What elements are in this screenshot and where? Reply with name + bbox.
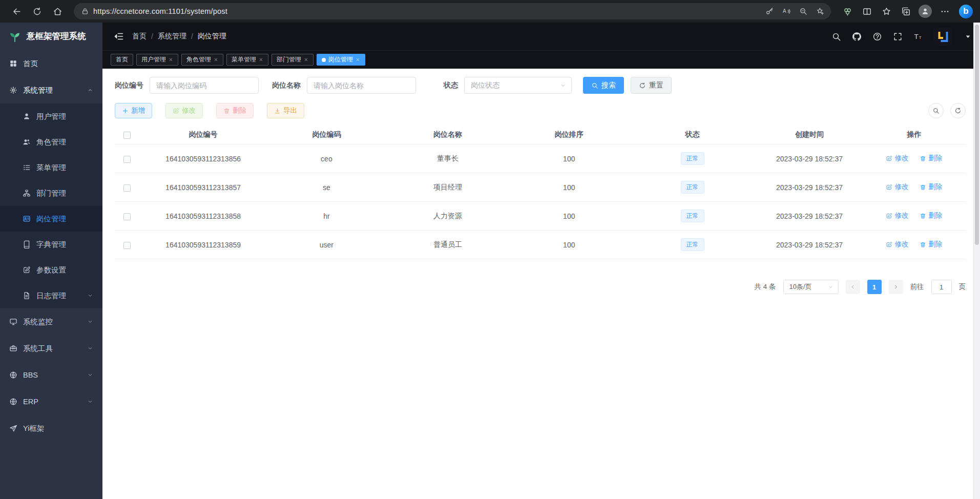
sidebar-item-system-monitor[interactable]: 系统监控 — [0, 308, 102, 335]
breadcrumb-item[interactable]: 系统管理 — [158, 32, 186, 41]
row-checkbox[interactable] — [123, 213, 131, 220]
saved-passwords-button[interactable] — [761, 4, 777, 18]
tab-home[interactable]: 首页 — [111, 54, 133, 66]
browser-back-button[interactable] — [7, 3, 26, 20]
url-text[interactable]: https://ccnetcore.com:1101/system/post — [93, 7, 757, 15]
page-scrollbar[interactable] — [973, 23, 980, 499]
sidebar-item-log-management[interactable]: 日志管理 — [0, 283, 102, 308]
sidebar-item-post-management[interactable]: 岗位管理 — [0, 206, 102, 232]
prev-page-button[interactable] — [846, 280, 860, 294]
tab-role-management[interactable]: 角色管理 — [181, 54, 223, 66]
close-icon[interactable] — [259, 57, 263, 62]
font-size-icon[interactable] — [913, 32, 923, 41]
globe-icon — [9, 398, 17, 406]
sidebar-item-erp[interactable]: ERP — [0, 388, 102, 415]
close-icon[interactable] — [304, 57, 308, 62]
user-avatar[interactable] — [934, 27, 952, 46]
tab-dept-management[interactable]: 部门管理 — [272, 54, 314, 66]
site-info-lock-icon[interactable] — [81, 7, 89, 15]
sidebar-item-home[interactable]: 首页 — [0, 50, 102, 77]
post-name-input[interactable] — [307, 77, 416, 94]
sidebar-item-system-tools[interactable]: 系统工具 — [0, 335, 102, 362]
github-icon[interactable] — [852, 32, 862, 41]
delete-button[interactable]: 删除 — [216, 103, 254, 118]
app-title: 意框架管理系统 — [27, 31, 86, 42]
app-logo[interactable]: 意框架管理系统 — [0, 23, 102, 50]
row-edit-button[interactable]: 修改 — [886, 154, 908, 163]
close-icon[interactable] — [169, 57, 173, 62]
select-all-checkbox[interactable] — [123, 132, 131, 139]
row-edit-button[interactable]: 修改 — [886, 240, 908, 249]
edit-button[interactable]: 修改 — [165, 103, 203, 118]
table-row[interactable]: 1641030593112313858 hr 人力资源 100 正常 2023-… — [115, 202, 966, 231]
sidebar-collapse-button[interactable] — [114, 31, 124, 41]
avatar-image — [934, 27, 952, 46]
row-checkbox[interactable] — [123, 156, 131, 163]
collections-button[interactable] — [896, 3, 915, 20]
close-icon[interactable] — [214, 57, 218, 62]
add-favorite-button[interactable] — [812, 4, 828, 18]
active-tab-dot — [322, 58, 326, 62]
add-button[interactable]: 新增 — [115, 103, 152, 118]
zoom-button[interactable] — [795, 4, 811, 18]
goto-page-input[interactable] — [931, 280, 952, 294]
page-size-select[interactable]: 10条/页 — [783, 280, 839, 294]
row-checkbox[interactable] — [123, 242, 131, 249]
trash-icon — [920, 184, 926, 191]
breadcrumb-item[interactable]: 首页 — [132, 32, 147, 41]
read-aloud-button[interactable] — [778, 4, 794, 18]
help-question-icon[interactable] — [872, 32, 882, 41]
row-delete-button[interactable]: 删除 — [920, 154, 942, 163]
row-edit-button[interactable]: 修改 — [886, 182, 908, 192]
row-delete-button[interactable]: 删除 — [920, 240, 942, 249]
browser-menu-button[interactable] — [935, 3, 954, 20]
table-row[interactable]: 1641030593112313859 user 普通员工 100 正常 202… — [115, 231, 966, 259]
split-screen-button[interactable] — [858, 3, 876, 20]
page-number-current[interactable]: 1 — [867, 280, 882, 294]
cell-post-id: 1641030593112313856 — [139, 144, 267, 173]
bing-icon[interactable]: b — [959, 5, 973, 18]
refresh-table-button[interactable] — [950, 103, 966, 118]
tab-post-management[interactable]: 岗位管理 — [317, 54, 365, 66]
sidebar-item-user-management[interactable]: 用户管理 — [0, 103, 102, 129]
header-search-icon[interactable] — [831, 32, 841, 41]
browser-home-button[interactable] — [48, 3, 67, 20]
reset-button[interactable]: 重置 — [631, 77, 672, 94]
sidebar-item-menu-management[interactable]: 菜单管理 — [0, 155, 102, 180]
browser-profile-button[interactable] — [916, 3, 934, 20]
cell-post-name: 项目经理 — [386, 173, 510, 202]
sidebar-item-bbs[interactable]: BBS — [0, 362, 102, 388]
sidebar-item-dept-management[interactable]: 部门管理 — [0, 180, 102, 206]
extension-button[interactable] — [838, 3, 857, 20]
sidebar-item-label: ERP — [23, 398, 38, 406]
users-icon — [23, 138, 31, 146]
row-delete-button[interactable]: 删除 — [920, 182, 942, 192]
browser-refresh-button[interactable] — [28, 3, 46, 20]
scrollbar-thumb[interactable] — [975, 25, 979, 245]
export-button[interactable]: 导出 — [267, 103, 304, 118]
row-checkbox[interactable] — [123, 184, 131, 192]
show-search-toggle-button[interactable] — [928, 103, 944, 118]
table-row[interactable]: 1641030593112313856 ceo 董事长 100 正常 2023-… — [115, 144, 966, 173]
search-button[interactable]: 搜索 — [583, 77, 624, 94]
favorites-button[interactable] — [877, 3, 895, 20]
fullscreen-icon[interactable] — [893, 32, 903, 41]
sidebar-item-role-management[interactable]: 角色管理 — [0, 129, 102, 155]
sidebar-item-system-management[interactable]: 系统管理 — [0, 77, 102, 103]
download-icon — [274, 108, 281, 114]
sidebar-item-param-settings[interactable]: 参数设置 — [0, 257, 102, 283]
address-bar[interactable]: https://ccnetcore.com:1101/system/post — [74, 3, 831, 19]
sidebar-item-yi-framework[interactable]: Yi框架 — [0, 415, 102, 442]
next-page-button[interactable] — [889, 280, 903, 294]
tab-user-management[interactable]: 用户管理 — [136, 54, 178, 66]
tab-menu-management[interactable]: 菜单管理 — [226, 54, 268, 66]
user-menu-caret-icon[interactable] — [963, 32, 973, 41]
status-select[interactable]: 岗位状态 — [464, 77, 572, 94]
close-icon[interactable] — [356, 57, 360, 62]
table-row[interactable]: 1641030593112313857 se 项目经理 100 正常 2023-… — [115, 173, 966, 202]
row-edit-button[interactable]: 修改 — [886, 211, 908, 220]
row-delete-button[interactable]: 删除 — [920, 211, 942, 220]
post-code-input[interactable] — [150, 77, 259, 94]
sidebar-item-dict-management[interactable]: 字典管理 — [0, 232, 102, 257]
chevron-down-icon — [87, 319, 93, 325]
